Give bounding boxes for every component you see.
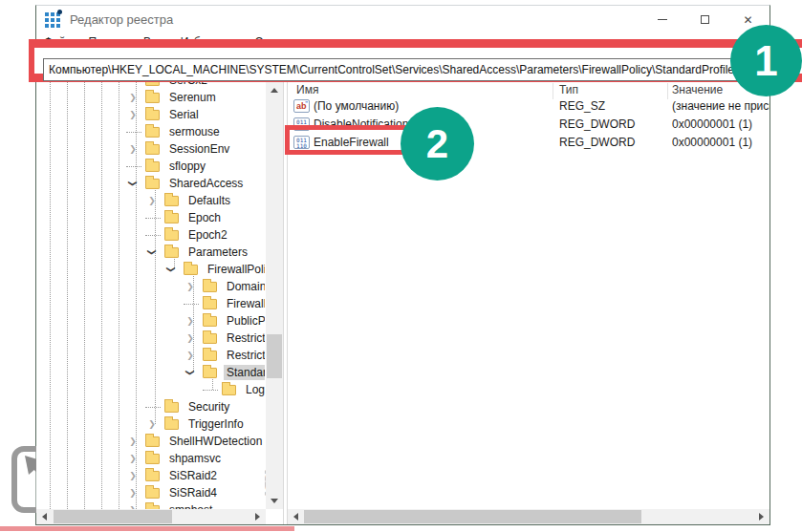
- tree-item-label[interactable]: sermouse: [166, 124, 223, 139]
- tree-item-firewallrules[interactable]: FirewallRules: [36, 295, 265, 312]
- maximize-button[interactable]: [683, 6, 726, 32]
- tree-item-label[interactable]: shpamsvc: [166, 451, 224, 466]
- tree-item-shellhwdetection[interactable]: ShellHWDetection: [36, 433, 265, 450]
- tree-item-domainprofile[interactable]: DomainProfile: [36, 278, 265, 295]
- tree-item-label[interactable]: FirewallPolicy: [205, 262, 265, 277]
- tree-item-label[interactable]: Serenum: [166, 90, 219, 105]
- scroll-right-button[interactable]: [249, 509, 266, 524]
- expand-chevron-icon[interactable]: [126, 452, 140, 465]
- collapse-chevron-icon[interactable]: [126, 177, 140, 190]
- tree-item-epoch[interactable]: Epoch: [36, 209, 265, 226]
- tree-item-sfloppy[interactable]: sfloppy: [36, 158, 265, 175]
- tree-item-label[interactable]: SiSRaid2: [166, 468, 220, 483]
- folder-icon: [203, 299, 217, 309]
- collapse-chevron-icon[interactable]: [145, 245, 159, 259]
- folder-icon: [145, 110, 160, 120]
- close-icon: [743, 11, 752, 28]
- value-data: (значение не присвоено): [672, 99, 769, 113]
- tree-item-firewallpolicy[interactable]: FirewallPolicy: [36, 261, 265, 278]
- collapse-chevron-icon[interactable]: [184, 366, 197, 379]
- tree-item-label[interactable]: PublicProfile: [224, 313, 265, 329]
- tree-item-epoch2[interactable]: Epoch2: [36, 226, 265, 244]
- expand-chevron-icon[interactable]: [126, 486, 140, 500]
- tree-item-label[interactable]: Epoch: [185, 210, 224, 225]
- value-row-поумолчанию[interactable]: (По умолчанию)REG_SZ(значение не присвое…: [288, 96, 769, 115]
- expand-chevron-icon[interactable]: [145, 417, 159, 431]
- tree-item-label[interactable]: Epoch2: [185, 227, 230, 243]
- tree-item-label[interactable]: StandardProfile: [224, 365, 265, 380]
- value-data: 0x00000001 (1): [672, 117, 752, 131]
- scroll-right-button[interactable]: [753, 509, 769, 524]
- column-type[interactable]: Тип: [559, 83, 578, 96]
- scrollbar-thumb[interactable]: [54, 510, 172, 523]
- expand-chevron-icon[interactable]: [184, 280, 197, 293]
- expand-chevron-icon[interactable]: [184, 331, 197, 345]
- value-name[interactable]: (По умолчанию): [314, 99, 399, 113]
- tree-item-sermouse[interactable]: sermouse: [36, 123, 265, 140]
- tree-vertical-scrollbar[interactable]: [266, 82, 283, 509]
- tree-item-label[interactable]: Parameters: [185, 245, 250, 260]
- minimize-button[interactable]: [640, 6, 683, 32]
- tree-item-label[interactable]: SiSRaid4: [166, 485, 220, 500]
- tree-item-parameters[interactable]: Parameters: [36, 244, 265, 261]
- registry-app-icon: [45, 11, 61, 28]
- tree-item-label[interactable]: sfloppy: [166, 159, 208, 174]
- tree-item-label[interactable]: ShellHWDetection: [166, 434, 265, 449]
- expand-chevron-icon[interactable]: [184, 314, 197, 328]
- expand-chevron-icon[interactable]: [126, 469, 140, 482]
- folder-icon: [164, 247, 179, 258]
- tree-item-restrictedinterfaces[interactable]: RestrictedInterfaces: [36, 330, 265, 347]
- scroll-up-button[interactable]: [266, 82, 283, 98]
- reg-sz-icon: [293, 99, 310, 113]
- folder-icon: [145, 471, 160, 481]
- column-name[interactable]: Имя: [296, 83, 318, 96]
- scrollbar-thumb[interactable]: [304, 510, 641, 523]
- collapse-chevron-icon[interactable]: [164, 263, 178, 276]
- folder-icon: [164, 419, 179, 430]
- tree-item-serial[interactable]: Serial: [36, 106, 265, 123]
- expand-chevron-icon[interactable]: [184, 349, 197, 362]
- tree-item-label[interactable]: smphost: [166, 502, 215, 509]
- expand-chevron-icon[interactable]: [126, 108, 140, 121]
- arrow-right-icon: [255, 513, 264, 521]
- tree-item-restrictedservices[interactable]: RestrictedServices: [36, 347, 265, 364]
- column-value[interactable]: Значение: [672, 83, 723, 96]
- tree-item-sharedaccess[interactable]: SharedAccess: [36, 175, 265, 192]
- tree-item-label[interactable]: DomainProfile: [224, 279, 265, 294]
- tree-item-security[interactable]: Security: [36, 398, 265, 415]
- list-horizontal-scrollbar[interactable]: [288, 509, 769, 524]
- tree-item-sisraid2[interactable]: SiSRaid2: [36, 467, 265, 484]
- tree-item-triggerinfo[interactable]: TriggerInfo: [36, 415, 265, 433]
- tree-horizontal-scrollbar[interactable]: [36, 509, 266, 524]
- tree-item-shpamsvc[interactable]: shpamsvc: [36, 450, 265, 467]
- tree-item-label[interactable]: Security: [185, 399, 232, 415]
- arrow-right-icon: [759, 513, 768, 521]
- scroll-down-button[interactable]: [266, 493, 283, 509]
- tree-item-label[interactable]: RestrictedInterfaces: [224, 330, 265, 346]
- scrollbar-thumb[interactable]: [267, 334, 282, 378]
- tree-item-label[interactable]: Logging: [243, 382, 265, 397]
- tree-item-publicprofile[interactable]: PublicProfile: [36, 312, 265, 330]
- expand-chevron-icon[interactable]: [126, 142, 140, 156]
- tree-item-label[interactable]: FirewallRules: [224, 296, 265, 311]
- tree-item-defaults[interactable]: Defaults: [36, 192, 265, 209]
- tree-item-serenum[interactable]: Serenum: [36, 89, 265, 106]
- tree-item-sisraid4[interactable]: SiSRaid4: [36, 484, 265, 501]
- tree-item-standardprofile[interactable]: StandardProfile: [36, 364, 265, 381]
- tree-item-logging[interactable]: Logging: [36, 381, 265, 398]
- tree-item-label[interactable]: SharedAccess: [166, 176, 246, 191]
- tree-item-label[interactable]: RestrictedServices: [224, 348, 265, 363]
- scroll-left-button[interactable]: [36, 509, 53, 524]
- expand-chevron-icon[interactable]: [126, 91, 140, 104]
- scroll-left-button[interactable]: [288, 509, 304, 524]
- arrow-up-icon: [271, 84, 278, 93]
- tree-item-label[interactable]: Serial: [166, 107, 202, 122]
- expand-chevron-icon[interactable]: [145, 194, 159, 207]
- tree-item-sessionenv[interactable]: SessionEnv: [36, 140, 265, 158]
- tree-item-label[interactable]: TriggerInfo: [185, 416, 247, 432]
- expand-chevron-icon[interactable]: [126, 435, 140, 448]
- tree-item-label[interactable]: SessionEnv: [166, 141, 232, 157]
- tree-item-label[interactable]: Defaults: [185, 193, 233, 208]
- address-bar[interactable]: [43, 58, 750, 81]
- tree-item-smphost[interactable]: smphost: [36, 501, 265, 509]
